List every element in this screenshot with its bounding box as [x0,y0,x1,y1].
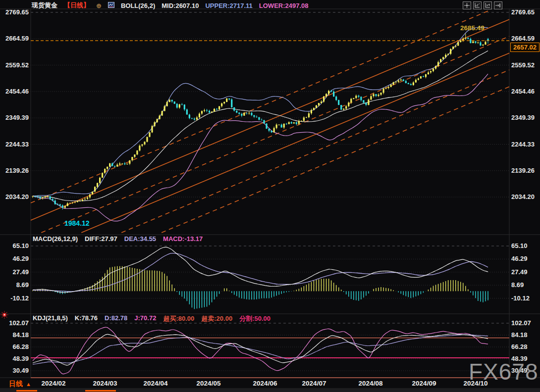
axis-tick-label: 2034.20 [511,193,535,201]
x-axis-month-label: 2024/09 [404,380,444,387]
kdj-j-value: J:70.72 [134,314,156,323]
x-axis-month-label: 2024/04 [136,380,175,387]
x-axis-month-label: 2024/07 [294,380,334,387]
link-icon[interactable]: ⊕ [96,2,102,9]
triangle-up-icon: ▲ [26,381,31,387]
watermark: FX678 [469,358,539,385]
axis-tick-label: 65.10 [511,242,528,250]
indicator-alert-icon[interactable] [0,311,9,319]
snap-to-latest-icon[interactable] [494,1,502,9]
boll-mid-value: MID:2607.10 [162,2,199,9]
axis-tick-label: 2244.33 [0,141,29,148]
axis-tick-label: 8.69 [511,281,524,289]
boll-label: BOLL(26,2) [121,2,155,9]
scrollbar-segment[interactable] [16,390,37,392]
kdj-header: KDJ(21,8,5) K:78.76 D:82.78 J:70.72 超买:8… [33,314,270,323]
axis-tick-label: 2664.59 [511,35,535,43]
symbol-name: 现货黄金 [32,1,57,10]
pan-crosshair-icon[interactable] [463,1,471,9]
kdj-oversold-value: 超卖:20.00 [201,314,232,323]
kdj-label[interactable]: KDJ(21,8,5) [33,314,68,323]
macd-hist-value: MACD:-13.17 [163,235,203,243]
kdj-overbought-value: 超买:80.00 [163,314,194,323]
axis-tick-label: -10.12 [0,294,29,302]
axis-tick-label: 27.49 [511,268,528,276]
axis-tick-label: 2769.65 [0,8,29,16]
macd-diff-value: DIFF:27.97 [85,235,117,243]
axis-tick-label: 2559.52 [0,61,29,69]
x-axis-month-label: 2024/08 [351,380,390,387]
kdj-k-value: K:78.76 [75,314,98,323]
chart-toolbar [463,1,502,9]
axis-tick-label: 46.29 [511,255,528,263]
axis-tick-label: 66.28 [511,343,528,351]
timeframe-selector[interactable]: 日线▲ [9,380,31,389]
x-axis-month-label: 2024/03 [85,380,125,387]
axis-tick-label: 2244.33 [511,141,535,148]
boll-lower-value: LOWER:2497.08 [259,2,309,9]
bottom-scrollbar-track[interactable] [0,389,540,392]
kdj-d-value: D:82.78 [105,314,127,323]
axis-tick-label: 30.49 [0,367,29,375]
axis-tick-label: 2139.26 [0,167,29,175]
scrollbar-segment[interactable] [85,390,116,392]
axis-tick-label: 2664.59 [0,35,29,43]
axis-tick-label: 2034.20 [0,193,29,201]
axis-tick-label: 102.07 [0,319,29,327]
axis-tick-label: 2454.46 [0,88,29,96]
axis-tick-label: 46.29 [0,255,29,263]
mini-chart-icon [108,2,114,9]
swing-high-annotation: 2685.49 [460,24,485,32]
chart-header: 现货黄金 【日线】 ⊕ BOLL(26,2) MID:2607.10 UPPER… [32,1,309,10]
x-axis-month-label: 2024/02 [34,380,73,387]
macd-header: MACD(26,12,9) DIFF:27.97 DEA:34.55 MACD:… [33,235,203,243]
timeframe-label: 日线 [9,380,23,388]
axis-tick-label: 84.18 [0,331,29,339]
x-axis-month-label: 2024/06 [245,380,285,387]
axis-tick-label: 27.49 [0,268,29,276]
axis-tick-label: 65.10 [0,242,29,250]
axis-tick-label: -10.12 [511,294,530,302]
axis-tick-label: 2454.46 [511,88,535,96]
axis-tick-label: 84.18 [511,331,528,339]
axis-scale-right-icon[interactable] [484,1,492,9]
axis-scale-left-icon[interactable] [473,1,482,9]
axis-tick-label: 2349.39 [511,114,535,122]
axis-tick-label: 2349.39 [0,114,29,122]
axis-tick-label: 48.39 [0,355,29,363]
chart-canvas[interactable] [0,0,540,392]
axis-tick-label: 102.07 [511,319,531,327]
x-axis-month-label: 2024/05 [189,380,228,387]
axis-tick-label: 2559.52 [511,61,535,69]
last-price-badge: 2657.02 [510,43,540,52]
trading-chart-window: 现货黄金 【日线】 ⊕ BOLL(26,2) MID:2607.10 UPPER… [0,0,540,392]
swing-low-annotation: 1984.12 [64,219,90,227]
boll-upper-value: UPPER:2717.11 [205,2,252,9]
macd-dea-value: DEA:34.55 [124,235,156,243]
axis-tick-label: 66.28 [0,343,29,351]
axis-tick-label: 2769.65 [511,8,535,16]
axis-tick-label: 2139.26 [511,167,535,175]
axis-tick-label: 8.69 [0,281,29,289]
kdj-divide-value: 分割:50.00 [239,314,270,323]
macd-label[interactable]: MACD(26,12,9) [33,235,78,243]
period-tag[interactable]: 【日线】 [64,1,90,10]
